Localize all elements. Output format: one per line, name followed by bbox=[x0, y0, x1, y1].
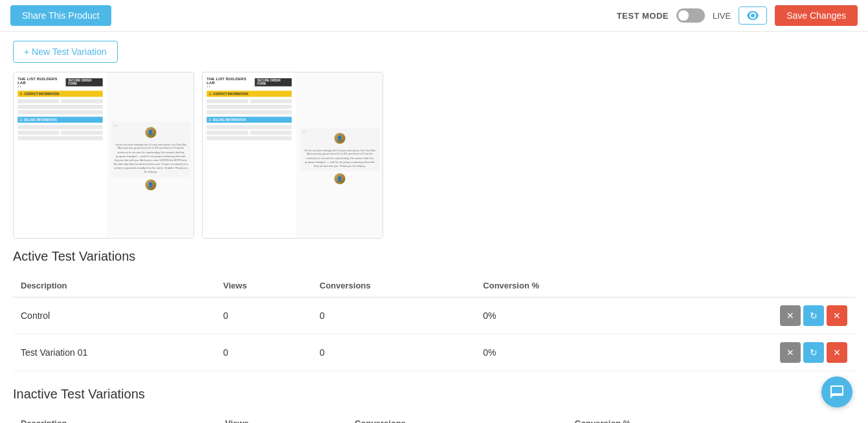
mock-avatar-bottom-1: 👤 bbox=[145, 179, 156, 190]
test-mode-toggle[interactable] bbox=[676, 8, 705, 23]
share-button[interactable]: Share This Product bbox=[10, 5, 111, 26]
inactive-header-row: Description Views Conversions Conversion… bbox=[13, 412, 855, 423]
col-conversion-pct-active: Conversion % bbox=[475, 274, 651, 298]
mock-header-2: The List Builders Lab ● ● SECURE ORDER F… bbox=[206, 76, 291, 88]
mock-fields-row-1b bbox=[17, 131, 102, 135]
mock-section-bar-1b: 2 · BILLING INFORMATION bbox=[17, 116, 102, 122]
refresh-button-variation01[interactable]: ↻ bbox=[803, 342, 824, 363]
new-variation-button[interactable]: + New Test Variation bbox=[13, 41, 118, 63]
mock-form-right-1: " 👤 You've out-loud changes the #1 perso… bbox=[107, 72, 194, 239]
col-actions-active bbox=[651, 274, 855, 298]
mock-logo-1: The List Builders Lab ● ● bbox=[17, 76, 65, 88]
col-conversions-active: Conversions bbox=[312, 274, 476, 298]
top-bar: Share This Product TEST MODE LIVE Save C… bbox=[0, 0, 868, 32]
card-scale-inner-1: The List Builders Lab ● ● SECURE ORDER F… bbox=[14, 72, 194, 239]
col-description-inactive: Description bbox=[13, 412, 217, 423]
inactive-table-header: Description Views Conversions Conversion… bbox=[13, 412, 855, 423]
mock-fields-row-1 bbox=[17, 99, 102, 103]
close-button-variation01[interactable]: ✕ bbox=[780, 342, 801, 363]
col-actions-inactive bbox=[804, 412, 855, 423]
chat-bubble[interactable] bbox=[821, 376, 852, 407]
inactive-section-heading: Inactive Test Variations bbox=[13, 387, 855, 402]
delete-button-variation01[interactable]: ✕ bbox=[827, 342, 847, 363]
delete-button-control[interactable]: ✕ bbox=[827, 305, 847, 326]
col-views-inactive: Views bbox=[217, 412, 347, 423]
table-row: Test Variation 01 0 0 0% ✕ ↻ ✕ bbox=[13, 334, 855, 371]
mock-field-phone-1 bbox=[17, 111, 102, 114]
row-actions-variation01: ✕ ↻ ✕ bbox=[651, 334, 855, 371]
mock-section-bar-2a: 1 · CONTACT INFORMATION bbox=[206, 91, 291, 96]
row-views-control: 0 bbox=[216, 298, 312, 334]
row-conversions-variation01: 0 bbox=[312, 334, 476, 371]
mock-field-address-2 bbox=[206, 125, 291, 129]
mock-logo-2: The List Builders Lab ● ● bbox=[206, 76, 254, 88]
mock-testimonial-2: " 👤 You've out-loud changes the #1 perso… bbox=[300, 127, 379, 171]
table-row: Control 0 0 0% ✕ ↻ ✕ bbox=[13, 298, 855, 334]
action-buttons-variation01: ✕ ↻ ✕ bbox=[659, 342, 847, 363]
mock-quote-text-2: You've out-loud changes the #1 personal … bbox=[303, 148, 377, 168]
quote-marks-2: " bbox=[302, 130, 306, 139]
col-views-active: Views bbox=[216, 274, 312, 298]
row-conversion-pct-control: 0% bbox=[475, 298, 651, 334]
preview-area: The List Builders Lab ● ● SECURE ORDER F… bbox=[0, 72, 868, 249]
active-table-body: Control 0 0 0% ✕ ↻ ✕ Test Variation 01 0… bbox=[13, 298, 855, 371]
mock-field-firstname-1 bbox=[17, 99, 59, 103]
refresh-button-control[interactable]: ↻ bbox=[803, 305, 824, 326]
mock-field-address-1 bbox=[17, 125, 102, 129]
variation-preview-card-1: The List Builders Lab ● ● SECURE ORDER F… bbox=[13, 72, 194, 239]
row-actions-control: ✕ ↻ ✕ bbox=[651, 298, 855, 334]
mock-secure-badge-1: SECURE ORDER FORM bbox=[66, 78, 103, 87]
mock-field-email-2 bbox=[206, 105, 291, 109]
mock-section-bar-2b: 2 · BILLING INFORMATION bbox=[206, 116, 291, 122]
main-content: Active Test Variations Description Views… bbox=[0, 249, 868, 423]
mock-form-left-1: The List Builders Lab ● ● SECURE ORDER F… bbox=[14, 72, 107, 239]
mock-header-1: The List Builders Lab ● ● SECURE ORDER F… bbox=[17, 76, 102, 88]
mock-avatar-bottom-2: 👤 bbox=[334, 173, 345, 184]
mock-form-1: The List Builders Lab ● ● SECURE ORDER F… bbox=[14, 72, 194, 239]
mock-section-bar-1a: 1 · CONTACT INFORMATION bbox=[17, 91, 102, 96]
active-section-heading: Active Test Variations bbox=[13, 249, 855, 264]
mock-field-state-2 bbox=[250, 131, 291, 135]
mock-avatar-2: 👤 bbox=[334, 133, 345, 144]
eye-icon bbox=[747, 11, 759, 20]
mock-form-right-2: " 👤 You've out-loud changes the #1 perso… bbox=[296, 72, 383, 239]
mock-quote-text-1: You've out-loud changes the #1 personal … bbox=[114, 142, 188, 174]
row-conversion-pct-variation01: 0% bbox=[475, 334, 651, 371]
mock-field-email-1 bbox=[17, 105, 102, 109]
toggle-slider bbox=[676, 8, 705, 23]
action-buttons-control: ✕ ↻ ✕ bbox=[659, 305, 847, 326]
chat-icon bbox=[829, 384, 845, 400]
col-conversion-pct-inactive: Conversion % bbox=[567, 412, 804, 423]
quote-marks-1: " bbox=[113, 124, 117, 133]
variation-preview-card-2: The List Builders Lab ● ● SECURE ORDER F… bbox=[202, 72, 383, 239]
new-variation-bar: + New Test Variation bbox=[0, 32, 868, 72]
row-description-control: Control bbox=[13, 298, 216, 334]
live-label: LIVE bbox=[713, 11, 731, 21]
mock-field-city-2 bbox=[206, 131, 248, 135]
mock-secure-badge-2: SECURE ORDER FORM bbox=[255, 78, 292, 87]
active-variations-table: Description Views Conversions Conversion… bbox=[13, 274, 855, 371]
mock-field-state-1 bbox=[61, 131, 102, 135]
mock-fields-row-2b bbox=[206, 131, 291, 135]
row-views-variation01: 0 bbox=[216, 334, 312, 371]
mock-field-lastname-2 bbox=[250, 99, 291, 103]
mock-field-lastname-1 bbox=[61, 99, 102, 103]
close-button-control[interactable]: ✕ bbox=[780, 305, 801, 326]
mock-field-zip-1 bbox=[17, 136, 102, 140]
mock-avatar-1: 👤 bbox=[145, 127, 156, 138]
save-button[interactable]: Save Changes bbox=[775, 5, 858, 26]
col-conversions-inactive: Conversions bbox=[347, 412, 567, 423]
inactive-variations-table: Description Views Conversions Conversion… bbox=[13, 412, 855, 423]
active-table-header: Description Views Conversions Conversion… bbox=[13, 274, 855, 298]
row-conversions-control: 0 bbox=[312, 298, 476, 334]
active-header-row: Description Views Conversions Conversion… bbox=[13, 274, 855, 298]
top-right-controls: TEST MODE LIVE Save Changes bbox=[617, 5, 858, 26]
mock-field-firstname-2 bbox=[206, 99, 248, 103]
mock-form-2: The List Builders Lab ● ● SECURE ORDER F… bbox=[203, 72, 383, 239]
test-mode-label: TEST MODE bbox=[617, 11, 669, 21]
mock-field-phone-2 bbox=[206, 111, 291, 114]
card-scale-inner-2: The List Builders Lab ● ● SECURE ORDER F… bbox=[203, 72, 383, 239]
preview-button[interactable] bbox=[739, 6, 767, 25]
mock-testimonial-1: " 👤 You've out-loud changes the #1 perso… bbox=[111, 122, 190, 177]
row-description-variation01: Test Variation 01 bbox=[13, 334, 216, 371]
